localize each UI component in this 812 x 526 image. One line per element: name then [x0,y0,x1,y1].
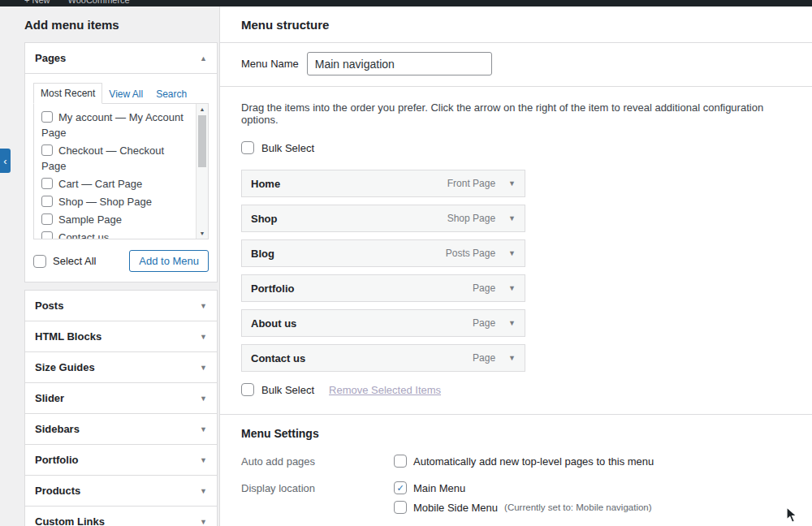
page-item-label: Cart — Cart Page [58,178,142,190]
menu-item-label: Portfolio [251,282,473,295]
menu-item-contact-us[interactable]: Contact us Page ▼ [241,344,525,372]
accordion-products[interactable]: Products ▼ [24,475,218,507]
accordion-sidebars[interactable]: Sidebars ▼ [24,413,218,445]
select-all-checkbox[interactable] [33,255,46,268]
accordion-size-guides[interactable]: Size Guides ▼ [24,351,218,383]
menu-item-label: Blog [251,248,446,260]
page-checklist-item[interactable]: Sample Page [41,212,188,227]
accordion-html-blocks[interactable]: HTML Blocks ▼ [24,321,218,352]
menu-structure-panel: Menu structure Menu Name Drag the items … [219,6,812,526]
location-label: Mobile Side Menu [413,502,498,514]
main-menu-checkbox-checked[interactable]: ✓ [394,481,407,494]
chevron-down-icon: ▼ [200,425,207,433]
bulk-select-bottom-row: Bulk Select Remove Selected Items [241,383,791,396]
scrollbar-thumb[interactable] [198,115,206,167]
checkbox[interactable] [41,111,53,123]
remove-selected-items-link[interactable]: Remove Selected Items [329,384,441,396]
chevron-down-icon[interactable]: ▼ [508,249,516,257]
page-checklist-item[interactable]: Cart — Cart Page [41,176,188,192]
scrollbar[interactable]: ▲ ▼ [196,104,208,239]
menu-items-list: Home Front Page ▼ Shop Shop Page ▼ Blog … [241,170,791,372]
page-checklist-item[interactable]: My account — My Account Page [41,110,188,140]
checkbox[interactable] [41,213,53,225]
menu-item-label: About us [251,317,473,330]
location-label: Main Menu [413,482,465,494]
location-mobile-side-menu[interactable]: Mobile Side Menu (Currently set to: Mobi… [394,501,652,514]
page-item-label: Sample Page [58,213,122,226]
chevron-down-icon[interactable]: ▼ [508,214,516,222]
auto-add-pages-label: Auto add pages [241,455,394,468]
add-to-menu-button[interactable]: Add to Menu [129,250,209,272]
select-all-control[interactable]: Select All [33,255,96,268]
chevron-down-icon: ▼ [200,518,207,526]
scroll-down-icon[interactable]: ▼ [197,228,208,239]
menu-name-row: Menu Name [220,43,812,87]
bulk-select-label: Bulk Select [261,384,314,396]
accordion-label: Sidebars [35,423,80,435]
admin-bar-new-link[interactable]: + New [24,0,50,2]
page-checklist-item[interactable]: Contact us [41,230,188,239]
accordion-custom-links[interactable]: Custom Links ▼ [24,506,218,526]
tab-most-recent[interactable]: Most Recent [33,83,102,104]
chevron-down-icon: ▼ [200,302,207,310]
accordion-slider[interactable]: Slider ▼ [24,382,218,414]
menu-item-type: Front Page [447,178,495,189]
pages-accordion-header[interactable]: Pages ▲ [25,43,217,74]
accordion-posts[interactable]: Posts ▼ [24,290,218,321]
menu-item-type: Page [473,317,495,329]
page-item-label: My account — My Account Page [41,111,184,139]
tab-view-all[interactable]: View All [102,84,149,104]
checkbox[interactable] [41,231,53,239]
display-location-label: Display location [241,481,394,494]
scroll-up-icon[interactable]: ▲ [197,104,208,114]
location-main-menu[interactable]: ✓ Main Menu [394,481,652,494]
checkbox[interactable] [41,178,53,189]
accordion-portfolio[interactable]: Portfolio ▼ [24,444,218,476]
pages-tabs: Most Recent View All Search [33,83,209,104]
page-checklist-item[interactable]: Shop — Shop Page [41,194,188,209]
auto-add-pages-option[interactable]: Automatically add new top-level pages to… [394,455,654,468]
checkbox[interactable] [41,196,53,207]
menu-name-input[interactable] [307,52,492,75]
admin-top-bar: + New WooCommerce [0,0,812,6]
chevron-down-icon: ▼ [200,394,207,403]
collapse-sidebar-tab[interactable]: ‹ [0,149,11,173]
menu-item-blog[interactable]: Blog Posts Page ▼ [241,239,525,267]
page-item-label: Checkout — Checkout Page [41,144,164,172]
auto-add-checkbox[interactable] [394,455,407,468]
instructions-text: Drag the items into the order you prefer… [241,101,791,126]
page-checklist-item[interactable]: Checkout — Checkout Page [41,143,188,174]
chevron-down-icon[interactable]: ▼ [508,354,516,362]
menu-structure-title: Menu structure [220,6,812,43]
chevron-down-icon[interactable]: ▼ [508,319,516,327]
chevron-down-icon[interactable]: ▼ [508,284,516,292]
left-panel-title: Add menu items [24,18,218,32]
menu-settings-section: Menu Settings Auto add pages Automatical… [220,414,812,526]
menu-item-about-us[interactable]: About us Page ▼ [241,309,525,337]
bulk-select-top[interactable]: Bulk Select [241,141,791,154]
menu-name-label: Menu Name [241,58,299,70]
menu-structure-body: Drag the items into the order you prefer… [220,87,812,396]
bulk-select-checkbox[interactable] [241,141,254,154]
admin-bar-woocommerce-link[interactable]: WooCommerce [68,0,130,2]
menu-item-label: Contact us [251,352,473,364]
accordion-label: Slider [35,392,64,404]
pages-accordion-title: Pages [35,52,66,64]
accordion-label: HTML Blocks [35,330,102,343]
menu-item-shop[interactable]: Shop Shop Page ▼ [241,205,525,232]
chevron-down-icon[interactable]: ▼ [508,179,516,188]
menu-item-type: Shop Page [447,213,495,224]
tab-search[interactable]: Search [149,84,193,104]
chevron-left-icon: ‹ [3,155,6,167]
bulk-select-label: Bulk Select [261,142,314,154]
accordion-label: Portfolio [35,454,78,466]
mobile-side-menu-checkbox[interactable] [394,501,407,514]
bulk-select-checkbox[interactable] [241,383,254,396]
chevron-up-icon: ▲ [200,54,207,63]
chevron-down-icon: ▼ [200,487,207,495]
auto-add-pages-row: Auto add pages Automatically add new top… [241,455,791,474]
menu-item-home[interactable]: Home Front Page ▼ [241,170,525,197]
checkbox[interactable] [41,144,53,156]
menu-item-type: Page [473,352,495,364]
menu-item-portfolio[interactable]: Portfolio Page ▼ [241,274,525,302]
